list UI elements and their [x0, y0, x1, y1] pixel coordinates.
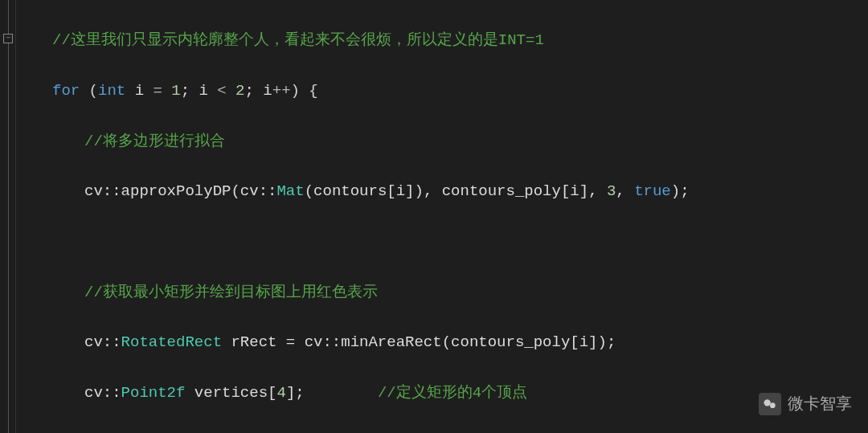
watermark-text: 微卡智享: [788, 390, 852, 417]
type-name: RotatedRect: [121, 333, 222, 351]
editor-gutter: −: [0, 0, 16, 433]
code-text: rRect = cv::minAreaRect(contours_poly[i]…: [222, 333, 616, 351]
operator: =: [153, 82, 171, 100]
type-name: Mat: [276, 182, 304, 200]
svg-point-1: [770, 402, 776, 408]
paren: (: [80, 82, 98, 100]
code-text: cv::approxPolyDP(cv::: [84, 182, 276, 200]
code-text: ,: [616, 182, 634, 200]
number-literal: 3: [607, 182, 616, 200]
code-comment: //定义矩形的4个顶点: [378, 384, 527, 402]
padding: [305, 384, 378, 402]
code-text: ];: [286, 384, 305, 402]
code-editor-content[interactable]: //这里我们只显示内轮廓整个人，看起来不会很烦，所以定义的是INT=1 for …: [20, 3, 868, 433]
code-text: cv::: [84, 384, 121, 402]
code-text: cv::: [84, 333, 121, 351]
watermark: 微卡智享: [759, 390, 852, 417]
code-text: vertices[: [185, 384, 276, 402]
identifier: i: [125, 82, 153, 100]
operator: ++: [272, 82, 291, 100]
number-literal: 4: [276, 384, 285, 402]
type-name: Point2f: [121, 384, 186, 402]
paren: ) {: [291, 82, 318, 100]
number-literal: 1: [171, 82, 180, 100]
identifier: ; i: [245, 82, 272, 100]
code-comment: //这里我们只显示内轮廓整个人，看起来不会很烦，所以定义的是INT=1: [52, 31, 544, 49]
keyword-for: for: [52, 82, 80, 100]
svg-point-0: [764, 399, 771, 406]
code-text: (contours[i]), contours_poly[i],: [305, 182, 607, 200]
wechat-icon: [759, 393, 781, 415]
keyword-true: true: [634, 182, 671, 200]
keyword-int: int: [98, 82, 125, 100]
code-text: );: [671, 182, 690, 200]
code-comment: //将多边形进行拟合: [84, 133, 225, 150]
fold-toggle[interactable]: −: [3, 34, 13, 43]
code-comment: //获取最小矩形并绘到目标图上用红色表示: [84, 284, 378, 301]
operator: <: [217, 82, 235, 100]
identifier: ; i: [181, 82, 218, 100]
number-literal: 2: [235, 82, 244, 100]
fold-guide-line: [8, 0, 9, 433]
